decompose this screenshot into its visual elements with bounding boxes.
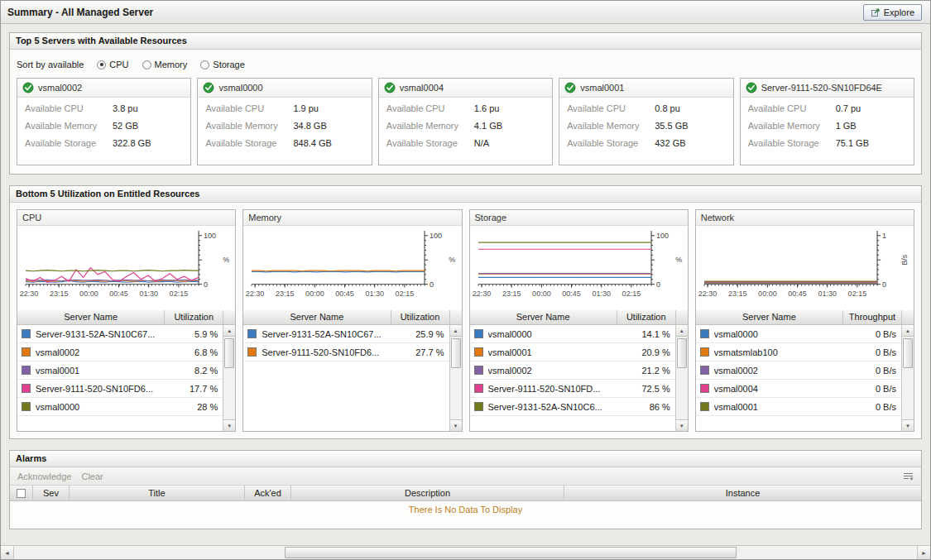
column-header-value[interactable]: Utilization <box>617 310 675 324</box>
row-value: 5.9 % <box>170 329 223 339</box>
column-header-value[interactable]: Utilization <box>391 310 449 324</box>
scroll-thumb[interactable] <box>451 338 461 368</box>
resource-row: Available Storage 848.4 GB <box>205 138 363 148</box>
table-row[interactable]: Server-9111-520-SN10FD... 72.5 % <box>470 380 675 398</box>
column-header-server-name[interactable]: Server Name <box>17 310 165 324</box>
server-card[interactable]: vsmal0004 Available CPU 1.6 pu Available… <box>378 78 553 165</box>
server-card-header: vsmal0001 <box>559 79 732 98</box>
resource-label: Available Storage <box>567 138 655 148</box>
resource-row: Available Storage 322.8 GB <box>25 138 183 148</box>
explore-button[interactable]: Explore <box>863 4 922 21</box>
resource-label: Available Storage <box>205 138 293 148</box>
metric-table-rows: Server-9131-52A-SN10C67... 5.9 % vsmal00… <box>17 325 223 431</box>
no-data-message: There Is No Data To Display <box>10 501 921 519</box>
table-row[interactable]: vsmal0002 21.2 % <box>470 361 675 380</box>
scroll-down-button[interactable]: ▼ <box>902 419 914 431</box>
scroll-up-button[interactable]: ▲ <box>450 325 462 337</box>
alarms-column-title[interactable]: Title <box>70 486 245 500</box>
table-row[interactable]: vsmal0004 0 B/s <box>696 380 901 398</box>
scroll-up-button[interactable]: ▲ <box>223 325 235 337</box>
scroll-track[interactable] <box>223 337 235 419</box>
series-color-swatch <box>22 347 31 357</box>
svg-text:%: % <box>675 256 682 264</box>
vertical-scrollbar[interactable]: ▲ ▼ <box>223 325 235 431</box>
series-color-swatch <box>474 384 483 393</box>
svg-text:23:15: 23:15 <box>50 290 69 298</box>
acknowledge-button[interactable]: Acknowledge <box>17 471 71 481</box>
resource-value: 4.1 GB <box>474 121 502 131</box>
svg-text:22:30: 22:30 <box>698 290 717 298</box>
column-header-value[interactable]: Utilization <box>165 310 223 324</box>
alarms-column-sev[interactable]: Sev <box>33 486 70 500</box>
resource-value: 0.7 pu <box>836 103 861 113</box>
table-row[interactable]: vsmal0001 0 B/s <box>696 398 901 416</box>
radio-memory[interactable]: Memory <box>142 60 188 69</box>
top5-panel-body: Sort by available CPU Memory Storage vsm… <box>10 50 921 174</box>
alarms-panel-title: Alarms <box>10 451 921 467</box>
select-all-checkbox[interactable] <box>17 489 26 498</box>
scroll-track[interactable] <box>676 337 688 419</box>
table-row[interactable]: vsmal0002 6.8 % <box>17 343 223 361</box>
table-row[interactable]: vsmal0002 0 B/s <box>696 361 901 380</box>
scroll-track[interactable] <box>902 337 914 419</box>
alarms-column-ack-ed[interactable]: Ack'ed <box>245 486 291 500</box>
table-row[interactable]: Server-9131-52A-SN10C67... 5.9 % <box>17 325 223 343</box>
alarms-empty-space <box>10 519 921 529</box>
scroll-up-button[interactable]: ▲ <box>902 325 914 337</box>
column-header-server-name[interactable]: Server Name <box>243 310 391 324</box>
server-name: vsmal0001 <box>580 83 624 93</box>
server-card[interactable]: vsmal0002 Available CPU 3.8 pu Available… <box>17 78 191 165</box>
table-row[interactable]: Server-9131-52A-SN10C67... 25.9 % <box>243 325 449 343</box>
alarms-column-description[interactable]: Description <box>291 486 564 500</box>
table-row[interactable]: Server-9131-52A-SN10C6... 86 % <box>470 398 675 416</box>
column-header-value[interactable]: Throughput <box>843 310 901 324</box>
server-name: vsmal0000 <box>218 83 262 93</box>
row-server-name: vsmal0001 <box>36 366 170 376</box>
scroll-down-button[interactable]: ▼ <box>676 419 688 431</box>
alarms-column-instance[interactable]: Instance <box>564 486 921 500</box>
series-color-swatch <box>247 347 257 357</box>
table-row[interactable]: vsmal0000 14.1 % <box>470 325 675 343</box>
scroll-track[interactable] <box>14 546 917 559</box>
radio-storage[interactable]: Storage <box>200 60 245 69</box>
scroll-down-button[interactable]: ▼ <box>450 419 462 431</box>
resource-label: Available Memory <box>205 121 293 131</box>
vertical-scrollbar[interactable]: ▲ ▼ <box>675 325 688 431</box>
svg-text:00:00: 00:00 <box>758 290 777 298</box>
resource-row: Available Memory 4.1 GB <box>386 121 545 131</box>
vertical-scrollbar[interactable]: ▲ ▼ <box>901 325 914 431</box>
table-row[interactable]: vsmal0001 20.9 % <box>470 343 675 361</box>
row-server-name: Server-9111-520-SN10FD6... <box>36 384 170 394</box>
server-card[interactable]: vsmal0001 Available CPU 0.8 pu Available… <box>559 78 733 165</box>
scroll-left-button[interactable]: ◄ <box>1 546 14 559</box>
table-row[interactable]: Server-9111-520-SN10FD6... 17.7 % <box>17 380 223 398</box>
table-row[interactable]: vsmal0000 28 % <box>17 398 223 416</box>
server-card[interactable]: vsmal0000 Available CPU 1.9 pu Available… <box>197 78 372 165</box>
clear-button[interactable]: Clear <box>81 471 103 481</box>
server-card-header: vsmal0002 <box>17 79 190 98</box>
scroll-thumb[interactable] <box>677 338 687 368</box>
horizontal-scrollbar[interactable]: ◄ ► <box>1 545 930 559</box>
scroll-thumb[interactable] <box>903 338 913 368</box>
vertical-scrollbar[interactable]: ▲ ▼ <box>449 325 462 431</box>
column-header-server-name[interactable]: Server Name <box>696 310 843 324</box>
scroll-down-button[interactable]: ▼ <box>223 419 235 431</box>
scroll-thumb[interactable] <box>224 338 234 368</box>
table-row[interactable]: vsmal0000 0 B/s <box>696 325 901 343</box>
server-card[interactable]: Server-9111-520-SN10FD64E Available CPU … <box>740 78 914 165</box>
table-options-icon[interactable] <box>903 471 914 481</box>
metric-panel-title: Network <box>696 210 914 226</box>
app-window: Summary - All Managed Server Explore Top… <box>0 0 931 560</box>
scroll-track[interactable] <box>450 337 462 419</box>
storage-chart: 1000%22:3023:1500:0000:4501:3002:15 <box>470 226 688 310</box>
table-row[interactable]: Server-9111-520-SN10FD6... 27.7 % <box>243 343 449 361</box>
row-value: 14.1 % <box>622 329 675 339</box>
radio-cpu[interactable]: CPU <box>97 60 128 69</box>
table-row[interactable]: vsmatsmlab100 0 B/s <box>696 343 901 361</box>
scroll-up-button[interactable]: ▲ <box>676 325 688 337</box>
scroll-thumb[interactable] <box>285 547 737 558</box>
svg-text:00:45: 00:45 <box>336 290 355 298</box>
column-header-server-name[interactable]: Server Name <box>470 310 617 324</box>
scroll-right-button[interactable]: ► <box>917 546 930 559</box>
table-row[interactable]: vsmal0001 8.2 % <box>17 361 223 380</box>
